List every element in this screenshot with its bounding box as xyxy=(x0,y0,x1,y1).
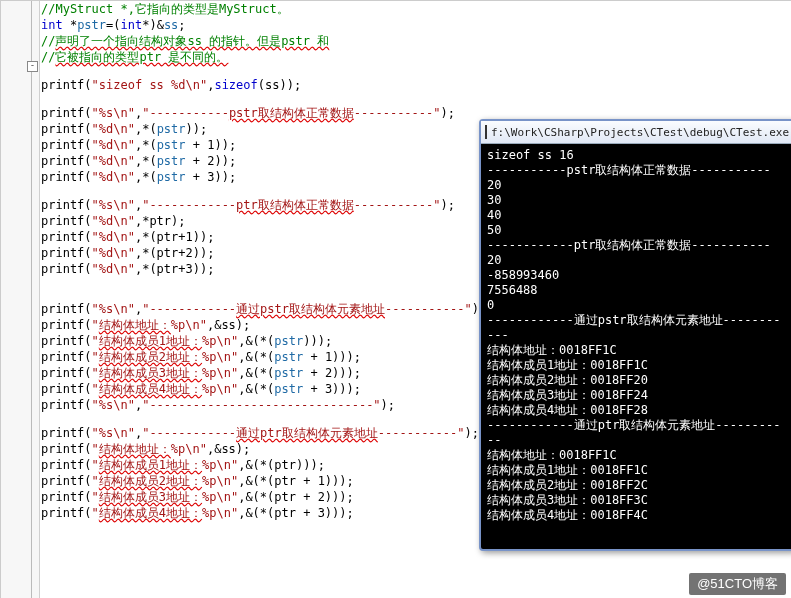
console-line: 7556488 xyxy=(487,283,787,298)
console-titlebar[interactable]: f:\Work\CSharp\Projects\CTest\debug\CTes… xyxy=(481,121,791,144)
app-icon xyxy=(485,125,487,139)
console-line: 20 xyxy=(487,253,787,268)
console-line: ------------ptr取结构体正常数据----------- xyxy=(487,238,787,253)
gutter: - xyxy=(1,1,40,598)
console-line: 50 xyxy=(487,223,787,238)
console-line: 结构体地址：0018FF1C xyxy=(487,343,787,358)
fold-toggle[interactable]: - xyxy=(27,61,38,72)
console-line: 结构体地址：0018FF1C xyxy=(487,448,787,463)
code-line[interactable]: //声明了一个指向结构对象ss 的指针。但是pstr 和 xyxy=(41,33,791,49)
console-line: -----------pstr取结构体正常数据----------- xyxy=(487,163,787,178)
console-line: 0 xyxy=(487,298,787,313)
watermark: @51CTO博客 xyxy=(689,573,786,595)
code-line[interactable]: //MyStruct *,它指向的类型是MyStruct。 xyxy=(41,1,791,17)
console-line: 30 xyxy=(487,193,787,208)
code-line[interactable]: int *pstr=(int*)&ss; xyxy=(41,17,791,33)
console-line: 40 xyxy=(487,208,787,223)
console-line: 20 xyxy=(487,178,787,193)
console-line: 结构体成员3地址：0018FF24 xyxy=(487,388,787,403)
console-line: -858993460 xyxy=(487,268,787,283)
console-line: 结构体成员3地址：0018FF3C xyxy=(487,493,787,508)
console-line: 结构体成员2地址：0018FF20 xyxy=(487,373,787,388)
ide-screenshot: - //MyStruct *,它指向的类型是MyStruct。int *pstr… xyxy=(0,0,791,598)
console-line: 结构体成员1地址：0018FF1C xyxy=(487,358,787,373)
console-line: ------------通过ptr取结构体元素地址----------- xyxy=(487,418,787,448)
console-line: sizeof ss 16 xyxy=(487,148,787,163)
console-line: 结构体成员4地址：0018FF28 xyxy=(487,403,787,418)
console-line: 结构体成员2地址：0018FF2C xyxy=(487,478,787,493)
console-line: 结构体成员4地址：0018FF4C xyxy=(487,508,787,523)
console-output: sizeof ss 16-----------pstr取结构体正常数据-----… xyxy=(481,144,791,527)
console-line: ------------通过pstr取结构体元素地址----------- xyxy=(487,313,787,343)
console-title: f:\Work\CSharp\Projects\CTest\debug\CTes… xyxy=(491,126,789,139)
code-line[interactable]: //它被指向的类型ptr 是不同的。 xyxy=(41,49,791,65)
console-line: 结构体成员1地址：0018FF1C xyxy=(487,463,787,478)
console-window[interactable]: f:\Work\CSharp\Projects\CTest\debug\CTes… xyxy=(479,119,791,551)
code-line[interactable]: printf("sizeof ss %d\n",sizeof(ss)); xyxy=(41,77,791,93)
